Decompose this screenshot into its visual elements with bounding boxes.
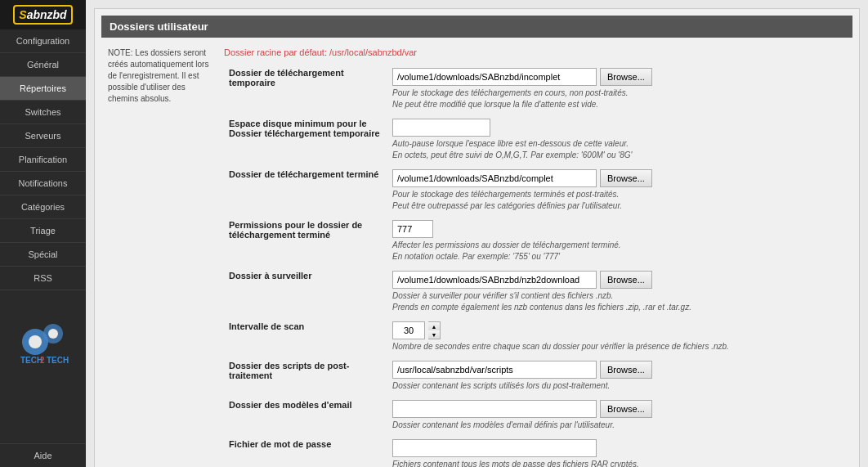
sidebar-item-repertoires[interactable]: Répertoires xyxy=(0,77,86,101)
field-input-cell: Browse... Dossier à surveiller pour véri… xyxy=(387,267,852,317)
table-row: Dossier à surveiller Browse... Dossier à… xyxy=(224,267,852,317)
complete-download-folder-input[interactable] xyxy=(392,169,597,187)
field-hint: Dossier à surveiller pour vérifier s'il … xyxy=(392,290,848,313)
table-row: Dossier des modèles d'email Browse... Do… xyxy=(224,396,852,435)
watch-folder-browse-button[interactable]: Browse... xyxy=(600,271,652,289)
scan-interval-input[interactable] xyxy=(392,321,425,339)
input-row: Browse... xyxy=(392,361,848,379)
table-row: Permissions pour le dossier de télécharg… xyxy=(224,216,852,267)
field-label: Fichier de mot de passe xyxy=(224,435,387,467)
input-row: Browse... xyxy=(392,169,848,187)
field-label: Espace disque minimum pour le Dossier té… xyxy=(224,115,387,165)
permissions-input[interactable] xyxy=(392,220,433,238)
table-row: Fichier de mot de passe Fichiers contena… xyxy=(224,435,852,467)
input-row: Browse... xyxy=(392,271,848,289)
input-row xyxy=(392,439,848,457)
field-hint: Dossier contenant les modèles d'email dé… xyxy=(392,420,848,431)
tech2tech-logo: TECH 2 TECH xyxy=(0,307,98,372)
temp-download-folder-input[interactable] xyxy=(392,68,597,86)
spinner-down-button[interactable]: ▼ xyxy=(428,330,440,339)
user-folders-note: NOTE: Les dossiers seront créés automati… xyxy=(101,44,216,111)
field-label: Dossier des scripts de post-traitement xyxy=(224,357,387,396)
field-hint: Pour le stockage des téléchargements en … xyxy=(392,88,848,110)
svg-point-1 xyxy=(29,335,42,348)
logo-text: S xyxy=(19,8,26,21)
field-input-cell: Fichiers contenant tous les mots de pass… xyxy=(387,435,852,467)
field-input-cell: ▲ ▼ Nombre de secondes entre chaque scan… xyxy=(387,317,852,357)
scripts-folder-input[interactable] xyxy=(392,361,597,379)
table-row: Dossier de téléchargement temporaire Bro… xyxy=(224,64,852,115)
input-row: Browse... xyxy=(392,400,848,418)
input-row xyxy=(392,119,848,137)
main-content: Dossiers utilisateur NOTE: Les dossiers … xyxy=(86,0,868,467)
field-hint: Nombre de secondes entre chaque scan du … xyxy=(392,341,848,352)
field-hint: Dossier contenant les scripts utilisés l… xyxy=(392,380,848,392)
user-folders-section: Dossiers utilisateur NOTE: Les dossiers … xyxy=(94,8,860,467)
watch-folder-input[interactable] xyxy=(392,271,597,289)
scripts-folder-browse-button[interactable]: Browse... xyxy=(600,361,652,379)
sidebar-spacer xyxy=(0,388,86,443)
field-label: Dossier de téléchargement temporaire xyxy=(224,64,387,115)
sidebar-item-configuration[interactable]: Configuration xyxy=(0,29,86,53)
sidebar-item-notifications[interactable]: Notifications xyxy=(0,172,86,195)
field-input-cell: Browse... Pour le stockage des télécharg… xyxy=(387,165,852,216)
complete-download-browse-button[interactable]: Browse... xyxy=(600,169,652,187)
sidebar-item-general[interactable]: Général xyxy=(0,53,86,77)
field-input-cell: Affecter les permissions au dossier de t… xyxy=(387,216,852,267)
field-label: Dossier de téléchargement terminé xyxy=(224,165,387,216)
sidebar-item-switches[interactable]: Switches xyxy=(0,101,86,124)
svg-point-3 xyxy=(48,329,58,339)
sidebar-item-rss[interactable]: RSS xyxy=(0,267,86,290)
field-label: Dossier à surveiller xyxy=(224,267,387,317)
email-templates-browse-button[interactable]: Browse... xyxy=(600,400,652,418)
field-input-cell: Auto-pause lorsque l'espace libre est en… xyxy=(387,115,852,165)
field-label: Permissions pour le dossier de télécharg… xyxy=(224,216,387,267)
sidebar-item-planification[interactable]: Planification xyxy=(0,148,86,172)
sidebar-item-triage[interactable]: Triage xyxy=(0,219,86,243)
temp-download-browse-button[interactable]: Browse... xyxy=(600,68,652,86)
password-file-input[interactable] xyxy=(392,439,597,457)
input-row: Browse... xyxy=(392,68,848,86)
field-label: Intervalle de scan xyxy=(224,317,387,357)
input-row: ▲ ▼ xyxy=(392,321,848,339)
table-row: Espace disque minimum pour le Dossier té… xyxy=(224,115,852,165)
table-row: Dossier de téléchargement terminé Browse… xyxy=(224,165,852,216)
sidebar: Sabnzbd Configuration Général Répertoire… xyxy=(0,0,86,467)
sidebar-item-special[interactable]: Spécial xyxy=(0,243,86,267)
field-label: Dossier des modèles d'email xyxy=(224,396,387,435)
spinner-arrows: ▲ ▼ xyxy=(428,321,441,339)
email-templates-folder-input[interactable] xyxy=(392,400,597,418)
field-hint: Pour le stockage des téléchargements ter… xyxy=(392,189,848,212)
sidebar-item-serveurs[interactable]: Serveurs xyxy=(0,124,86,148)
logo-area: Sabnzbd xyxy=(0,0,86,29)
field-input-cell: Browse... Pour le stockage des télécharg… xyxy=(387,64,852,115)
user-root-path: Dossier racine par défaut: /usr/local/sa… xyxy=(224,44,852,64)
field-hint: Auto-pause lorsque l'espace libre est en… xyxy=(392,138,848,161)
user-folders-table: Dossier de téléchargement temporaire Bro… xyxy=(224,64,852,467)
svg-text:TECH: TECH xyxy=(47,356,69,365)
sidebar-item-help[interactable]: Aide xyxy=(0,443,86,467)
svg-text:2: 2 xyxy=(40,356,45,365)
app-logo: Sabnzbd xyxy=(13,5,72,25)
input-row xyxy=(392,220,848,238)
min-disk-space-input[interactable] xyxy=(392,119,490,137)
field-input-cell: Browse... Dossier contenant les modèles … xyxy=(387,396,852,435)
user-folders-title: Dossiers utilisateur xyxy=(101,16,852,38)
field-hint: Fichiers contenant tous les mots de pass… xyxy=(392,459,848,467)
field-input-cell: Browse... Dossier contenant les scripts … xyxy=(387,357,852,396)
table-row: Dossier des scripts de post-traitement B… xyxy=(224,357,852,396)
table-row: Intervalle de scan ▲ ▼ Nombre de second xyxy=(224,317,852,357)
field-hint: Affecter les permissions au dossier de t… xyxy=(392,240,848,263)
spinner-up-button[interactable]: ▲ xyxy=(428,322,440,330)
sidebar-item-categories[interactable]: Catégories xyxy=(0,195,86,219)
